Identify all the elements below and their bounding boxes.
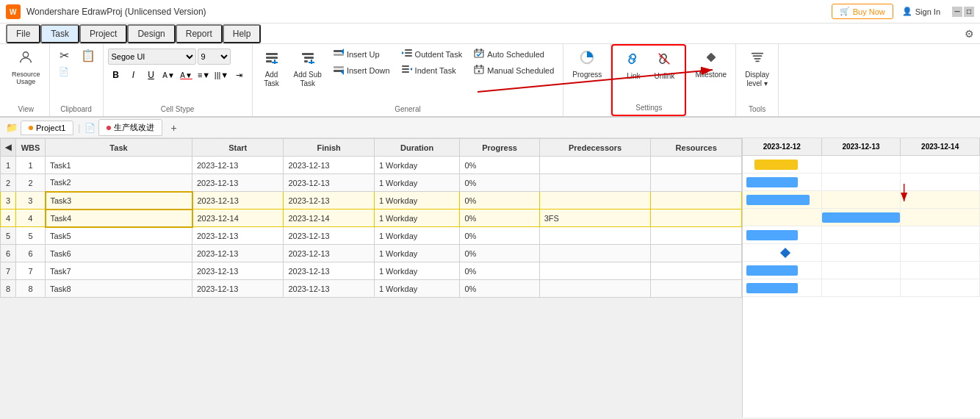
font-selector[interactable]: Segoe UI <box>108 49 196 65</box>
progress-button[interactable]: Progress <box>568 47 606 82</box>
gantt-bar[interactable] <box>746 177 797 187</box>
task-cell[interactable]: Task7 <box>46 262 192 280</box>
gantt-cell <box>743 209 822 226</box>
task-cell[interactable]: Task8 <box>46 280 192 298</box>
paste-button[interactable]: 📄 <box>54 65 73 78</box>
start-cell: 2023-12-14 <box>192 210 284 227</box>
copy-icon: 📋 <box>81 49 96 62</box>
menu-file[interactable]: File <box>6 24 40 43</box>
gantt-cell <box>822 226 901 244</box>
cut-button[interactable]: ✂ <box>54 47 75 64</box>
bold-button[interactable]: B <box>108 67 124 83</box>
svg-rect-7 <box>272 62 278 63</box>
sign-in-button[interactable]: 👤 Sign In <box>902 7 940 16</box>
add-task-button[interactable]: AddTask <box>257 47 287 91</box>
unlink-button[interactable]: Unlink <box>649 49 679 84</box>
buy-button[interactable]: 🛒 Buy Now <box>832 4 893 19</box>
col-button[interactable]: |||▼ <box>214 67 230 83</box>
wbs-cell: 2 <box>16 174 46 192</box>
clipboard-top: ✂ 📋 <box>54 47 98 64</box>
menu-report[interactable]: Report <box>176 24 223 43</box>
gantt-bar[interactable] <box>746 195 809 205</box>
col-progress: Progress <box>460 139 539 157</box>
table-row[interactable]: 4 4 Task4 2023-12-14 2023-12-14 1 Workda… <box>1 210 742 227</box>
font-color-button[interactable]: A▼ <box>179 67 195 83</box>
task-cell[interactable]: Task6 <box>46 245 192 262</box>
table-row[interactable]: 3 3 Task3 2023-12-13 2023-12-13 1 Workda… <box>1 192 742 210</box>
gantt-bar[interactable] <box>754 160 798 170</box>
tools-items: Displaylevel ▾ <box>741 47 774 104</box>
progress-icon <box>580 50 594 69</box>
task-cell[interactable]: Task1 <box>46 157 192 174</box>
gantt-row <box>743 244 980 262</box>
svg-rect-20 <box>405 52 412 54</box>
gantt-bar[interactable] <box>822 212 901 223</box>
underline-button[interactable]: U <box>143 67 159 83</box>
progress-cell: 0% <box>460 245 539 262</box>
resource-usage-label: Resource Usage <box>12 71 40 87</box>
task-cell[interactable]: Task5 <box>46 227 192 245</box>
insert-up-button[interactable]: Insert Up <box>329 47 394 62</box>
link-button[interactable]: Link <box>619 49 648 84</box>
table-row[interactable]: 8 8 Task8 2023-12-13 2023-12-13 1 Workda… <box>1 280 742 298</box>
predecessors-cell <box>539 245 651 262</box>
indent-fmt-button[interactable]: ⇥ <box>231 67 248 83</box>
gantt-cell <box>901 226 980 244</box>
menu-design[interactable]: Design <box>127 24 175 43</box>
svg-rect-21 <box>405 55 412 57</box>
table-row[interactable]: 1 1 Task1 2023-12-13 2023-12-13 1 Workda… <box>1 157 742 174</box>
auto-scheduled-button[interactable]: Auto Scheduled <box>469 47 558 62</box>
gantt-bar[interactable] <box>746 265 797 276</box>
menu-task[interactable]: Task <box>40 24 79 43</box>
progress-cell: 0% <box>460 227 539 245</box>
font-size-selector[interactable]: 9 <box>198 49 231 65</box>
milestone-items: Milestone <box>691 47 731 113</box>
wbs-cell: 5 <box>16 227 46 245</box>
finish-cell: 2023-12-13 <box>284 174 375 192</box>
auto-scheduled-icon <box>474 49 484 60</box>
table-row[interactable]: 6 6 Task6 2023-12-13 2023-12-13 1 Workda… <box>1 245 742 262</box>
add-sub-task-button[interactable]: Add SubTask <box>289 47 326 91</box>
add-tab-button[interactable]: + <box>165 120 181 136</box>
format-row: B I U A▼ A▼ ≡▼ |||▼ ⇥ <box>108 67 248 83</box>
milestone-button[interactable]: Milestone <box>691 47 731 82</box>
svg-rect-9 <box>304 57 314 59</box>
outdent-task-button[interactable]: Outdent Task <box>397 47 467 62</box>
task-cell[interactable]: Task3 <box>46 192 192 210</box>
gantt-bar[interactable] <box>746 230 797 240</box>
tab-project1[interactable]: Project1 <box>21 121 73 135</box>
gantt-table: ◀ WBS Task Start Finish Duration Progres… <box>0 138 742 298</box>
menu-help[interactable]: Help <box>223 24 262 43</box>
svg-text:W: W <box>10 8 17 16</box>
task-cell[interactable]: Task2 <box>46 174 192 192</box>
task-cell[interactable]: Task4 <box>46 210 192 227</box>
gantt-row <box>743 262 980 279</box>
general-group-label: General <box>394 104 421 113</box>
table-row[interactable]: 5 5 Task5 2023-12-13 2023-12-13 1 Workda… <box>1 227 742 245</box>
table-row[interactable]: 7 7 Task7 2023-12-13 2023-12-13 1 Workda… <box>1 262 742 280</box>
maximize-button[interactable]: □ <box>964 7 974 17</box>
align-button[interactable]: ≡▼ <box>196 67 212 83</box>
minimize-button[interactable]: ─ <box>952 7 962 17</box>
highlight-button[interactable]: A▼ <box>161 67 177 83</box>
add-task-icon <box>264 50 279 69</box>
table-row[interactable]: 2 2 Task2 2023-12-13 2023-12-13 1 Workda… <box>1 174 742 192</box>
svg-rect-32 <box>480 65 482 68</box>
gear-button[interactable]: ⚙ <box>965 28 974 40</box>
outdent-icon <box>402 49 412 60</box>
resources-cell <box>651 245 742 262</box>
svg-rect-12 <box>309 62 314 63</box>
display-level-button[interactable]: Displaylevel ▾ <box>741 47 774 91</box>
menu-project[interactable]: Project <box>79 24 127 43</box>
italic-button[interactable]: I <box>126 67 142 83</box>
copy-button[interactable]: 📋 <box>78 47 98 64</box>
manual-scheduled-button[interactable]: Manual Scheduled <box>469 63 558 78</box>
resource-usage-button[interactable]: Resource Usage <box>7 47 45 89</box>
tab-production[interactable]: 生产线改进 <box>98 119 162 136</box>
svg-rect-36 <box>706 53 716 62</box>
ribbon-group-milestone: Milestone <box>686 44 736 116</box>
main-area: ◀ WBS Task Start Finish Duration Progres… <box>0 138 980 418</box>
gantt-bar[interactable] <box>746 283 797 293</box>
insert-down-button[interactable]: Insert Down <box>329 63 394 78</box>
indent-task-button[interactable]: Indent Task <box>397 63 467 78</box>
